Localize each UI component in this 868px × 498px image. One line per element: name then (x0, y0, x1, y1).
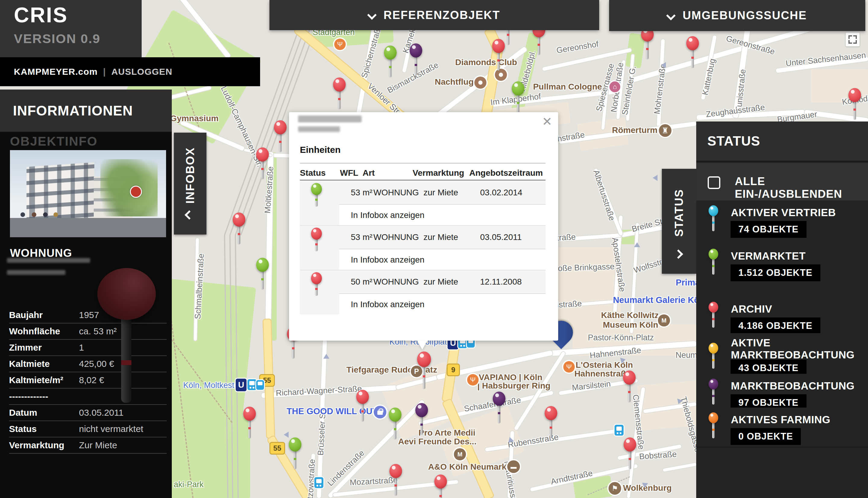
umgebungssuche-bar[interactable]: UMGEBUNGSSUCHE (609, 0, 865, 31)
museum-icon[interactable]: M (454, 448, 466, 460)
infobox-tab[interactable]: INFOBOX (174, 133, 206, 235)
unit-row[interactable]: 53 m²WOHNUNGzur Miete03.05.2011In Infobo… (300, 226, 546, 270)
pin-ball (434, 474, 447, 489)
castle-icon[interactable]: ⚑ (609, 482, 621, 495)
pin-ball (243, 407, 256, 421)
pin-band (248, 427, 251, 429)
pin-stick (261, 270, 264, 289)
map-label-richard-wagner-stra-e: Richard-Wagner-Straße (276, 384, 362, 398)
pin-ball (512, 81, 524, 95)
detail-label: Datum (9, 408, 79, 418)
pin-ball (289, 437, 302, 451)
icon-dot (478, 80, 482, 85)
tram-icon[interactable] (315, 477, 323, 488)
tram-icon[interactable] (248, 379, 256, 390)
detail-label: Vermarktung (9, 440, 79, 450)
bag-handle (378, 408, 383, 412)
status-filter-vermarktet[interactable]: VERMARKTET1.512 OBJEKTE (696, 244, 868, 298)
status-filter-aktiver-vertrieb[interactable]: AKTIVER VERTRIEB74 OBJEKTE (696, 200, 868, 245)
road (629, 26, 811, 83)
shopping-bag-icon[interactable] (374, 406, 386, 418)
pin-band (415, 64, 417, 66)
map-label-kattenbug: Kattenbug (700, 58, 717, 96)
status-filter-aktives-farming[interactable]: AKTIVES FARMING0 OBJEKTE (696, 408, 868, 448)
pin-band (238, 233, 240, 235)
restaurant-icon[interactable]: Ψ (563, 361, 575, 372)
show-in-infobox-link[interactable]: In Infobox anzeigen (351, 255, 424, 265)
pin-stick (389, 58, 391, 77)
show-in-infobox-link[interactable]: In Infobox anzeigen (351, 210, 424, 220)
pin-stick (261, 160, 264, 179)
detail-label: Kaltmiete (9, 359, 79, 369)
pin-ball (623, 370, 636, 385)
tower-icon[interactable]: ♜ (659, 124, 671, 137)
account-link[interactable]: KAMPMEYER.com (14, 67, 98, 77)
pin-ball (356, 390, 369, 404)
lodging-icon[interactable]: ▬ (507, 460, 520, 473)
pin-ball (384, 45, 397, 60)
pin-band (498, 412, 500, 414)
unit-cell-vermarktung: zur Miete (424, 271, 458, 293)
pin-band (646, 48, 649, 50)
logout-link[interactable]: AUSLOGGEN (111, 67, 172, 77)
unit-row[interactable]: 53 m²WOHNUNGzur Miete03.02.2014In Infobo… (300, 181, 546, 225)
pin-band (261, 278, 264, 280)
account-bar: KAMPMEYER.com | AUSLOGGEN (0, 57, 260, 86)
pin-stick (629, 450, 631, 469)
status-panel-title: STATUS (696, 121, 868, 162)
unit-cell-vermarktung: zur Miete (424, 226, 458, 249)
map-label-pastor-k-nn-platz: Pastor-Könn-Platz (588, 333, 654, 342)
detail-label: Wohnfläche (9, 326, 79, 337)
status-filter-archiv[interactable]: ARCHIV4.186 OBJEKTE (696, 297, 868, 334)
nightclub-icon[interactable] (475, 77, 486, 89)
pin-stick (415, 56, 417, 75)
unit-cell-zeitraum: 03.05.2011 (480, 226, 522, 249)
chevron-right-icon (673, 249, 683, 259)
fullscreen-icon[interactable] (846, 32, 859, 47)
route-shield-55: 55 (269, 442, 285, 455)
status-filter-label: VERMARKTET (731, 250, 806, 262)
tram-icon[interactable] (615, 425, 624, 436)
pin-stick (691, 49, 694, 68)
pin-ball (256, 258, 269, 272)
pin-stick (646, 40, 649, 59)
pin-ball (709, 205, 718, 216)
restaurant-icon[interactable]: Ψ (334, 39, 346, 50)
tram-wheel (620, 432, 622, 434)
pin-band (361, 410, 364, 412)
no-entry-sign (130, 186, 142, 198)
status-filter-marktbeobachtung[interactable]: MARKTBEOBACHTUNG97 OBJEKTE (696, 374, 868, 409)
pin-band (315, 243, 318, 245)
close-icon[interactable]: ✕ (542, 115, 552, 128)
detail-value: 8,02 € (79, 375, 104, 385)
tram-wheel (460, 345, 462, 347)
pin-stick (315, 193, 318, 207)
status-filter-aktive-marktbeobachtung[interactable]: AKTIVE MARKTBEOBACHTUNG43 OBJEKTE (696, 333, 868, 375)
toggle-all-checkbox[interactable] (708, 176, 720, 189)
show-in-infobox-link[interactable]: In Infobox anzeigen (351, 300, 424, 309)
restaurant-icon[interactable]: Ψ (467, 374, 479, 385)
status-tab[interactable]: STATUS (662, 169, 696, 274)
pin-stick (517, 94, 519, 113)
unit-cell-art: WOHNUNG (373, 181, 419, 204)
divider (300, 180, 546, 181)
hotel-icon[interactable]: ⌂ (610, 81, 620, 92)
chevron-down-icon (666, 11, 676, 20)
detail-value: 03.05.2011 (79, 408, 123, 418)
nightclub-icon[interactable] (495, 69, 507, 81)
referenzobjekt-bar[interactable]: REFERENZOBJEKT (269, 0, 599, 30)
infobox-tab-label: INFOBOX (184, 147, 197, 204)
detail-row-wohnfl-che: Wohnflächeca. 53 m² (9, 324, 167, 340)
pin-band (420, 423, 423, 425)
pin-band (517, 102, 519, 104)
pin-band (338, 98, 340, 100)
bus-icon[interactable] (256, 380, 264, 390)
popup-section-title: Einheiten (300, 145, 340, 155)
ubahn-icon[interactable]: U (236, 379, 246, 391)
museum-icon[interactable]: M (658, 314, 670, 327)
status-filter-label: AKTIVER VERTRIEB (731, 207, 836, 219)
map-label-marsilstein: Marsilstein (572, 379, 611, 393)
unit-row[interactable]: 50 m²WOHNUNGzur Miete12.11.2008In Infobo… (300, 271, 546, 314)
pin-ball (233, 212, 245, 227)
toggle-all-row[interactable]: ALLE EIN-/AUSBLENDEN (696, 163, 868, 202)
